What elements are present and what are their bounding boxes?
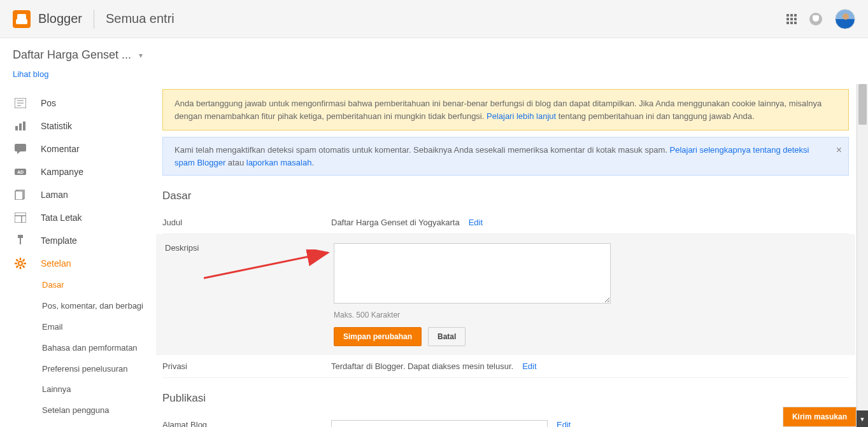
field-label: Privasi: [162, 361, 331, 371]
posts-icon: [14, 98, 27, 108]
subnav-user[interactable]: Setelan pengguna: [42, 400, 150, 421]
svg-rect-4: [15, 126, 18, 130]
subnav-basic[interactable]: Dasar: [42, 275, 150, 296]
svg-rect-6: [23, 122, 25, 130]
feedback-collapse-icon[interactable]: ▼: [857, 410, 868, 427]
char-hint: Maks. 500 Karakter: [334, 311, 611, 319]
gear-icon: [14, 258, 27, 269]
section-title-publish: Publikasi: [162, 392, 849, 405]
svg-text:AD: AD: [17, 170, 24, 174]
warning-banner: Anda bertanggung jawab untuk mengonfirma…: [162, 89, 849, 130]
svg-rect-11: [15, 191, 23, 200]
sidebar-item-label: Statistik: [41, 121, 72, 131]
subnav-posts-comments[interactable]: Pos, komentar, dan berbagi: [42, 296, 150, 317]
scrollbar-thumb[interactable]: [858, 84, 867, 125]
description-textarea[interactable]: [334, 243, 611, 304]
edit-address-link[interactable]: Edit: [557, 420, 571, 427]
sidebar-item-template[interactable]: Template: [9, 229, 150, 252]
section-title-basic: Dasar: [162, 190, 849, 202]
report-issue-link[interactable]: laporkan masalah: [246, 158, 312, 167]
field-label: Judul: [162, 218, 331, 227]
divider: [94, 10, 94, 29]
notifications-icon[interactable]: [809, 13, 822, 25]
cancel-button[interactable]: Batal: [428, 327, 466, 346]
blog-selector[interactable]: Daftar Harga Genset ...: [13, 48, 855, 62]
comments-icon: [14, 144, 27, 154]
sidebar-item-label: Pos: [41, 98, 56, 108]
close-icon[interactable]: ×: [836, 143, 842, 158]
sidebar-item-layout[interactable]: Tata Letak: [9, 206, 150, 229]
scrollbar[interactable]: ▼: [857, 84, 868, 422]
info-banner: × Kami telah mengaktifkan deteksi spam o…: [162, 137, 849, 176]
svg-rect-7: [15, 144, 26, 151]
sidebar-item-settings[interactable]: Setelan: [9, 252, 150, 275]
learn-more-link[interactable]: Pelajari lebih lanjut: [487, 111, 556, 121]
edit-privacy-link[interactable]: Edit: [522, 361, 536, 371]
main-content: Anda bertanggung jawab untuk mengonfirma…: [150, 84, 857, 427]
page-title: Semua entri: [106, 11, 174, 26]
subnav-email[interactable]: Email: [42, 317, 150, 338]
subnav-other[interactable]: Lainnya: [42, 379, 150, 400]
field-title: Judul Daftar Harga Genset di Yogyakarta …: [162, 211, 849, 234]
sidebar-item-campaigns[interactable]: ADKampanye: [9, 160, 150, 183]
svg-point-17: [18, 262, 22, 265]
template-icon: [14, 235, 27, 246]
feedback-button[interactable]: Kirim masukan: [783, 407, 857, 427]
sidebar-item-label: Tata Letak: [41, 213, 82, 223]
sidebar-item-pages[interactable]: Laman: [9, 183, 150, 206]
pages-icon: [14, 190, 27, 200]
sidebar-item-posts[interactable]: Pos: [9, 92, 150, 115]
blog-name: Daftar Harga Genset ...: [13, 48, 131, 62]
sidebar-item-label: Laman: [41, 190, 68, 200]
sidebar-item-label: Setelan: [41, 258, 71, 269]
title-value: Daftar Harga Genset di Yogyakarta: [331, 218, 460, 227]
settings-subnav: Dasar Pos, komentar, dan berbagi Email B…: [9, 275, 150, 421]
svg-rect-5: [19, 123, 22, 130]
sidebar-item-comments[interactable]: Komentar: [9, 137, 150, 160]
sidebar: Pos Statistik Komentar ADKampanye Laman …: [0, 84, 150, 427]
apps-icon[interactable]: [786, 14, 797, 24]
edit-title-link[interactable]: Edit: [469, 218, 483, 227]
layout-icon: [14, 213, 27, 223]
subnav-search[interactable]: Preferensi penelusuran: [42, 359, 150, 380]
save-button[interactable]: Simpan perubahan: [334, 327, 422, 346]
campaigns-icon: AD: [14, 167, 27, 177]
sidebar-item-label: Kampanye: [41, 167, 83, 177]
privacy-value: Terdaftar di Blogger. Dapat diakses mesi…: [331, 361, 513, 371]
brand-name: Blogger: [38, 11, 82, 26]
sidebar-item-stats[interactable]: Statistik: [9, 115, 150, 137]
field-privacy: Privasi Terdaftar di Blogger. Dapat diak…: [162, 355, 849, 378]
sidebar-item-label: Template: [41, 235, 77, 246]
subheader: Daftar Harga Genset ... Lihat blog: [0, 38, 868, 84]
subnav-language[interactable]: Bahasa dan pemformatan: [42, 338, 150, 359]
sidebar-item-label: Komentar: [41, 144, 80, 154]
view-blog-link[interactable]: Lihat blog: [13, 62, 48, 79]
blogger-logo-icon[interactable]: [13, 10, 31, 28]
field-label: Alamat Blog: [162, 420, 331, 427]
blog-address-input[interactable]: [331, 420, 548, 427]
svg-rect-15: [18, 235, 23, 238]
svg-rect-12: [15, 213, 26, 223]
avatar[interactable]: [835, 9, 855, 29]
svg-rect-16: [20, 238, 21, 244]
field-label: Deskripsi: [165, 243, 334, 346]
header: Blogger Semua entri: [0, 0, 868, 38]
field-blog-address: Alamat Blog Edit: [162, 414, 849, 427]
field-description: Deskripsi Maks. 500 Karakter Simpan peru…: [156, 234, 855, 355]
stats-icon: [14, 121, 27, 131]
